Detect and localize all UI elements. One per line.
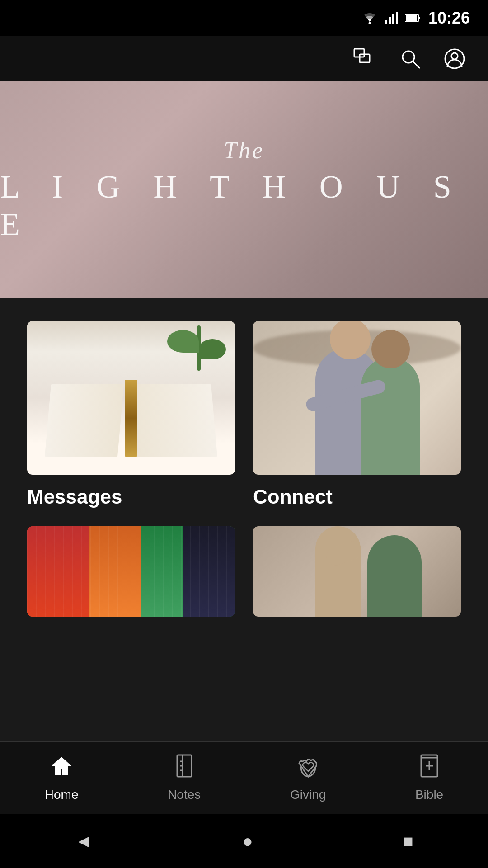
svg-point-13 [451,53,458,59]
svg-rect-1 [385,20,387,24]
svg-point-10 [403,51,414,63]
bible-icon [419,754,439,783]
home-button[interactable]: ● [242,831,253,851]
status-icons: 10:26 [361,9,470,28]
recents-button[interactable]: ■ [402,831,413,851]
connect-card-label: Connect [253,486,461,508]
svg-rect-6 [418,17,420,19]
back-button[interactable]: ◄ [75,831,93,851]
nav-label-home: Home [45,788,79,802]
svg-rect-2 [389,17,391,24]
messages-card-image [27,321,235,475]
nav-item-giving[interactable]: Giving [277,750,339,807]
signal-icon [385,12,398,24]
chat-icon[interactable] [353,48,377,70]
connect-card[interactable]: Connect [253,321,461,508]
system-nav: ◄ ● ■ [0,814,488,868]
svg-rect-7 [406,15,417,21]
svg-point-0 [368,22,371,24]
nav-item-home[interactable]: Home [31,750,92,807]
notes-icon [174,754,194,783]
messages-card-label: Messages [27,486,235,508]
wifi-icon [361,12,378,24]
hero-the-text: The [224,137,264,164]
status-bar: 10:26 [0,0,488,36]
prayer-card-image [253,526,461,617]
nav-item-bible[interactable]: Bible [402,750,457,807]
nav-label-giving: Giving [290,788,326,802]
svg-line-11 [413,61,420,68]
profile-icon[interactable] [444,48,465,70]
svg-rect-3 [392,14,394,24]
toolbar [0,36,488,81]
hero-lighthouse-text: L I G H T H O U S E [0,168,488,243]
giving-icon [296,754,320,783]
svg-rect-4 [396,12,398,24]
home-icon [50,754,73,783]
community-card-image [27,526,235,617]
messages-card[interactable]: Messages [27,321,235,508]
nav-label-notes: Notes [168,788,201,802]
main-content: Messages [0,298,488,650]
community-card[interactable] [27,526,235,627]
hero-banner: The L I G H T H O U S E [0,81,488,298]
cards-grid: Messages [27,321,461,627]
search-icon[interactable] [399,48,421,70]
bottom-nav: Home Notes Giving [0,741,488,814]
status-time: 10:26 [428,9,470,28]
svg-rect-14 [177,755,192,777]
prayer-card[interactable] [253,526,461,627]
nav-label-bible: Bible [415,788,443,802]
nav-item-notes[interactable]: Notes [154,750,214,807]
battery-icon [405,14,421,23]
connect-card-image [253,321,461,475]
